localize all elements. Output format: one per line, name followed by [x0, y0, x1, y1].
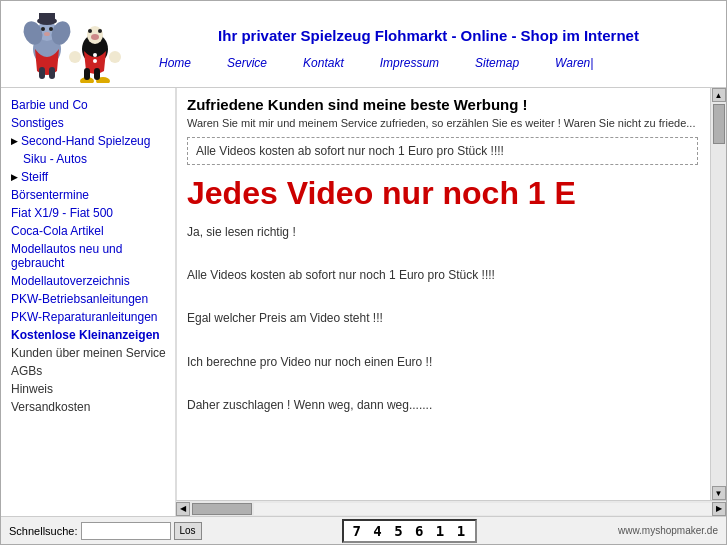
nav-waren[interactable]: Waren| — [537, 54, 611, 72]
sidebar-item-kleinanzeigen[interactable]: Kostenlose Kleinanzeigen — [11, 326, 171, 344]
nav-service[interactable]: Service — [209, 54, 285, 72]
scroll-left-button[interactable]: ◀ — [176, 502, 190, 516]
scroll-down-button[interactable]: ▼ — [712, 486, 726, 500]
content-area: Zufriedene Kunden sind meine beste Werbu… — [176, 88, 726, 516]
vertical-scrollbar[interactable]: ▲ ▼ — [710, 88, 726, 500]
content-body: Ja, sie lesen richtig ! Alle Videos kost… — [187, 222, 698, 416]
sidebar-item-fiat[interactable]: Fiat X1/9 - Fiat 500 — [11, 204, 171, 222]
logo-area — [11, 7, 131, 87]
footer-search-label: Schnellsuche: — [9, 525, 78, 537]
dashed-notice-box: Alle Videos kosten ab sofort nur noch 1 … — [187, 137, 698, 165]
svg-rect-10 — [49, 67, 55, 79]
svg-point-18 — [91, 34, 99, 40]
svg-point-19 — [93, 53, 97, 57]
footer-search-input[interactable] — [81, 522, 171, 540]
content-scroll-area: Zufriedene Kunden sind meine beste Werbu… — [176, 88, 710, 500]
sidebar-item-hinweis[interactable]: Hinweis — [11, 380, 171, 398]
sidebar-item-steiff[interactable]: Steiff — [11, 168, 171, 186]
scroll-up-button[interactable]: ▲ — [712, 88, 726, 102]
body-line-5: Egal welcher Preis am Video steht !!! — [187, 308, 698, 330]
content-with-scrollbar: Zufriedene Kunden sind meine beste Werbu… — [176, 88, 726, 500]
svg-rect-23 — [84, 68, 90, 80]
sidebar-item-barbie[interactable]: Barbie und Co — [11, 96, 171, 114]
scroll-track-hspace — [254, 503, 712, 515]
sidebar-item-siku[interactable]: Siku - Autos — [11, 150, 171, 168]
sidebar-item-modellautos[interactable]: Modellautos neu und gebraucht — [11, 240, 171, 272]
scroll-thumb-horizontal[interactable] — [192, 503, 252, 515]
svg-point-16 — [88, 29, 92, 33]
svg-point-25 — [69, 51, 81, 63]
scroll-right-button[interactable]: ▶ — [712, 502, 726, 516]
nav-sitemap[interactable]: Sitemap — [457, 54, 537, 72]
sidebar-item-agbs[interactable]: AGBs — [11, 362, 171, 380]
sidebar: Barbie und Co Sonstiges Second-Hand Spie… — [1, 88, 176, 516]
site-title: Ihr privater Spielzeug Flohmarkt - Onlin… — [141, 19, 716, 54]
body-line-3: Alle Videos kosten ab sofort nur noch 1 … — [187, 265, 698, 287]
content-inner: Zufriedene Kunden sind meine beste Werbu… — [177, 88, 710, 500]
sidebar-item-sonstiges[interactable]: Sonstiges — [11, 114, 171, 132]
sidebar-item-borse[interactable]: Börsentermine — [11, 186, 171, 204]
body-line-9: Daher zuschlagen ! Wenn weg, dann weg...… — [187, 395, 698, 417]
svg-point-4 — [41, 27, 45, 31]
sidebar-item-pkwreparatur[interactable]: PKW-Reparaturanleitungen — [11, 308, 171, 326]
content-title: Zufriedene Kunden sind meine beste Werbu… — [187, 96, 698, 113]
sidebar-item-cocacola[interactable]: Coca-Cola Artikel — [11, 222, 171, 240]
footer-search-area: Schnellsuche: Los — [9, 522, 202, 540]
logo-image — [17, 11, 125, 83]
body-line-1: Ja, sie lesen richtig ! — [187, 222, 698, 244]
dashed-notice-text: Alle Videos kosten ab sofort nur noch 1 … — [196, 144, 504, 158]
svg-rect-24 — [94, 68, 100, 80]
sidebar-item-versandkosten[interactable]: Versandkosten — [11, 398, 171, 416]
svg-point-17 — [98, 29, 102, 33]
body-line-7: Ich berechne pro Video nur noch einen Eu… — [187, 352, 698, 374]
svg-point-26 — [109, 51, 121, 63]
nav-kontakt[interactable]: Kontakt — [285, 54, 362, 72]
big-red-text: Jedes Video nur noch 1 E — [187, 175, 698, 212]
svg-point-20 — [93, 59, 97, 63]
svg-rect-9 — [39, 67, 45, 79]
sidebar-item-modellautoverzeichnis[interactable]: Modellautoverzeichnis — [11, 272, 171, 290]
footer: Schnellsuche: Los 7 4 5 6 1 1 www.myshop… — [1, 516, 726, 544]
header: Ihr privater Spielzeug Flohmarkt - Onlin… — [1, 1, 726, 88]
svg-rect-8 — [39, 13, 55, 22]
svg-point-5 — [49, 27, 53, 31]
main-area: Barbie und Co Sonstiges Second-Hand Spie… — [1, 88, 726, 516]
svg-point-6 — [44, 32, 50, 36]
horizontal-scrollbar[interactable]: ◀ ▶ — [176, 500, 726, 516]
sidebar-item-pkwbetriebs[interactable]: PKW-Betriebsanleitungen — [11, 290, 171, 308]
visit-counter: 7 4 5 6 1 1 — [342, 519, 477, 543]
sidebar-item-secondhand[interactable]: Second-Hand Spielzeug — [11, 132, 171, 150]
footer-search-button[interactable]: Los — [174, 522, 202, 540]
footer-url: www.myshopmaker.de — [618, 525, 718, 536]
scroll-thumb-vertical[interactable] — [713, 104, 725, 144]
nav-bar: Home Service Kontakt Impressum Sitemap W… — [141, 54, 716, 76]
nav-impressum[interactable]: Impressum — [362, 54, 457, 72]
header-right: Ihr privater Spielzeug Flohmarkt - Onlin… — [131, 19, 716, 76]
nav-home[interactable]: Home — [141, 54, 209, 72]
sidebar-item-kunden[interactable]: Kunden über meinen Service — [11, 344, 171, 362]
content-subtitle: Waren Sie mit mir und meinem Service zuf… — [187, 117, 698, 129]
